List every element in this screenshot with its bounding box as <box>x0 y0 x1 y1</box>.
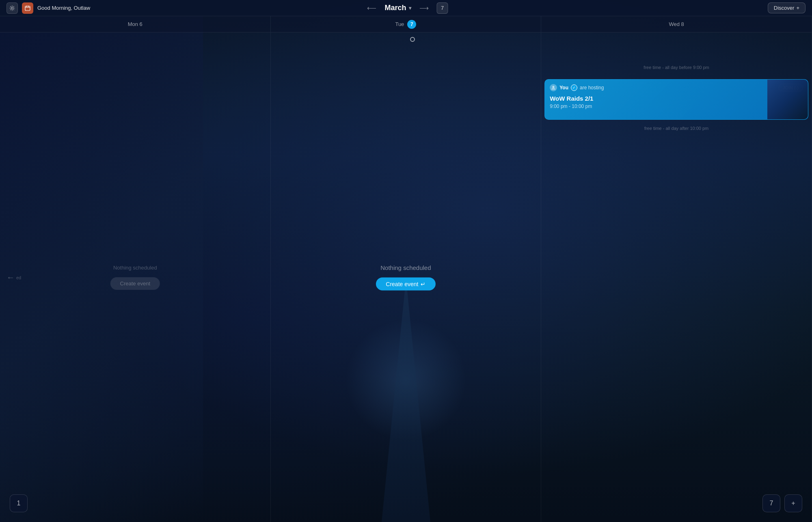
event-card-wed[interactable]: You ✓ are hosting JOIN (-) WoW Raids 2/1… <box>544 79 808 120</box>
host-you-wed: You <box>559 85 568 91</box>
discover-button[interactable]: Discover + <box>768 2 806 13</box>
calendar-area: Mon 6 ← ed Nothing scheduled Create even… <box>0 16 812 522</box>
day-name-mon: Mon 6 <box>128 21 143 27</box>
check-badge-wed: ✓ <box>571 84 577 91</box>
next-nav-arrow[interactable]: ⟶ <box>416 2 432 13</box>
month-title[interactable]: March ▾ <box>384 4 411 12</box>
settings-button[interactable] <box>6 2 18 14</box>
side-nav-left[interactable]: ← ed <box>6 273 21 282</box>
day-content-wed: free time - all day before 9:00 pm You ✓ <box>541 32 812 522</box>
create-event-label-mon: Create event <box>120 280 150 287</box>
greeting-text: Good Morning, Outlaw <box>37 5 90 11</box>
day-header-wed: Wed 8 <box>541 16 812 32</box>
day-name-tue: Tue <box>395 21 404 27</box>
svg-rect-3 <box>28 6 29 7</box>
day-header-tue: Tue 7 <box>271 16 541 32</box>
event-title-wed: WoW Raids 2/1 <box>550 95 803 102</box>
event-host-info-wed: You ✓ are hosting <box>550 84 604 91</box>
free-time-before-wed: free time - all day before 9:00 pm <box>644 65 709 70</box>
day-number-badge-tue: 7 <box>407 20 416 29</box>
nothing-label-tue: Nothing scheduled <box>380 264 431 271</box>
bottom-right-buttons: 7 + <box>762 494 802 512</box>
svg-rect-1 <box>25 6 30 11</box>
day-name-wed: Wed 8 <box>669 21 684 27</box>
hide-panel-button[interactable]: 1 <box>10 494 28 512</box>
header-right: Discover + <box>768 2 806 13</box>
day-content-tue: Nothing scheduled Create event ↵ <box>271 32 541 522</box>
header-bar: Good Morning, Outlaw ⟵ March ▾ ⟶ 7 Disco… <box>0 0 812 16</box>
svg-point-4 <box>553 86 555 88</box>
event-thumb-art-wed <box>767 80 808 119</box>
create-event-label-tue: Create event <box>386 281 418 287</box>
create-event-icon-tue: ↵ <box>421 281 425 287</box>
header-left: Good Morning, Outlaw <box>6 2 90 14</box>
prev-nav-arrow[interactable]: ⟵ <box>364 2 380 13</box>
svg-rect-2 <box>26 6 27 7</box>
event-card-header-wed: You ✓ are hosting JOIN (-) <box>550 84 803 92</box>
bottom-bar: 1 7 + <box>10 494 802 512</box>
day-column-tue: Tue 7 Nothing scheduled Create event ↵ <box>271 16 542 522</box>
event-time-wed: 9:00 pm - 10:00 pm <box>550 104 803 109</box>
day-column-wed: Wed 8 free time - all day before 9:00 pm <box>541 16 812 522</box>
add-event-icon: + <box>791 500 795 507</box>
event-thumbnail-wed <box>767 80 808 119</box>
svg-point-0 <box>11 7 13 9</box>
month-dropdown-icon: ▾ <box>409 5 411 11</box>
discover-label: Discover <box>774 5 795 11</box>
day-header-mon: Mon 6 <box>0 16 270 32</box>
avatar-icon-wed <box>550 84 557 91</box>
discover-icon: + <box>796 5 799 11</box>
month-label: March <box>384 4 406 12</box>
hide-panel-icon: 1 <box>17 500 21 507</box>
create-event-button-tue[interactable]: Create event ↵ <box>376 278 435 291</box>
hosting-text-wed: are hosting <box>580 85 604 91</box>
free-time-after-wed: free time - all day after 10:00 pm <box>644 126 708 131</box>
today-badge[interactable]: 7 <box>437 2 448 14</box>
nothing-scheduled-mon: Nothing scheduled Create event <box>110 265 160 290</box>
day-view-icon: 7 <box>770 500 773 507</box>
calendar-icon-button[interactable] <box>22 2 33 14</box>
nothing-scheduled-tue: Nothing scheduled Create event ↵ <box>376 264 435 291</box>
day-view-button[interactable]: 7 <box>762 494 780 512</box>
day-content-mon: ← ed Nothing scheduled Create event <box>0 32 270 522</box>
header-center: ⟵ March ▾ ⟶ 7 <box>364 2 448 14</box>
add-event-button[interactable]: + <box>784 494 802 512</box>
create-event-button-mon[interactable]: Create event <box>110 277 160 290</box>
nothing-label-mon: Nothing scheduled <box>113 265 157 271</box>
day-column-mon: Mon 6 ← ed Nothing scheduled Create even… <box>0 16 271 522</box>
